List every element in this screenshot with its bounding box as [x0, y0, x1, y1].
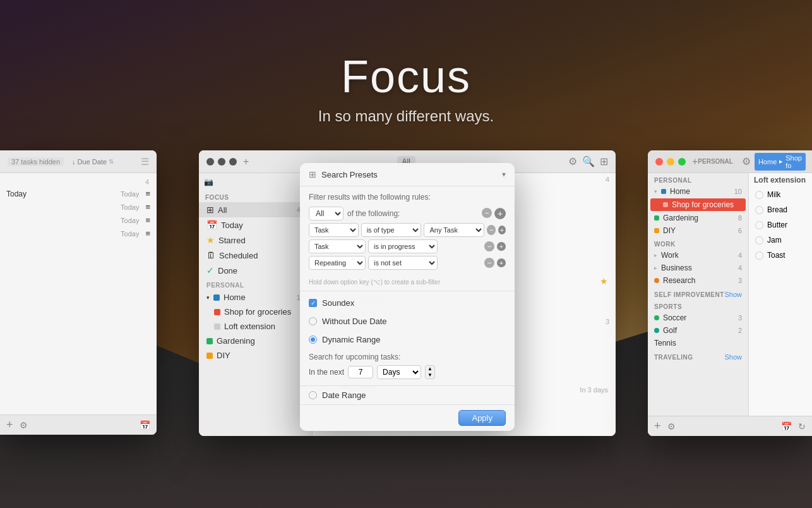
tennis-label: Tennis	[654, 339, 676, 348]
filter-row3-col1[interactable]: Repeating	[309, 256, 366, 270]
filter-add-btn[interactable]: +	[494, 208, 506, 219]
right-work-item[interactable]: ▸ Work 4	[648, 249, 748, 262]
refresh-right-icon[interactable]: ↻	[798, 421, 806, 432]
toast-check[interactable]	[755, 251, 763, 260]
right-diy-item[interactable]: DIY 6	[648, 224, 748, 237]
without-due-radio[interactable]	[309, 317, 317, 325]
home-right-dot	[661, 189, 666, 194]
dynamic-stepper[interactable]: ▲ ▼	[425, 365, 435, 379]
golf-label: Golf	[663, 326, 677, 335]
date-range-label: Date Range	[322, 390, 366, 400]
menu-icon: ≡	[145, 189, 150, 198]
grocery-toast[interactable]: Toast	[749, 248, 812, 263]
calendar-right-icon[interactable]: 📅	[781, 421, 792, 432]
dialog-overlay: ⊞ Search Presets ▾ Filter results with t…	[199, 150, 616, 436]
filter-row1-add[interactable]: +	[498, 226, 506, 234]
tag-right-icon[interactable]: ⚙	[667, 421, 676, 432]
right-settings-icon[interactable]: ⚙	[742, 155, 751, 167]
add-right-icon[interactable]: +	[692, 156, 698, 167]
filter-row1-col2[interactable]: is of type	[361, 223, 422, 237]
tl-close-right[interactable]	[655, 158, 663, 166]
butter-check[interactable]	[755, 221, 763, 229]
preset-soundex[interactable]: ✓ Soundex	[300, 294, 515, 312]
jam-check[interactable]	[755, 236, 763, 245]
view-icon[interactable]: ☰	[141, 156, 149, 167]
filter-row3-col2[interactable]: is not set	[368, 256, 438, 270]
self-improvement-show[interactable]: Show	[724, 291, 742, 298]
jam-label: Jam	[767, 236, 782, 245]
research-dot	[654, 278, 659, 283]
add-task-icon[interactable]: +	[6, 418, 13, 432]
tl-max-right[interactable]	[678, 158, 686, 166]
filter-all-select[interactable]: All Any	[309, 207, 343, 221]
grocery-jam[interactable]: Jam	[749, 233, 812, 248]
dialog-header: ⊞ Search Presets ▾	[300, 163, 515, 186]
filter-row2-add[interactable]: +	[497, 242, 506, 251]
calendar-icon[interactable]: 📅	[140, 420, 150, 430]
preset-dynamic-range[interactable]: Dynamic Range	[300, 330, 515, 349]
dynamic-unit-select[interactable]: Days Weeks Months	[377, 365, 421, 379]
golf-dot	[654, 328, 659, 333]
menu-icon4: ≡	[145, 229, 150, 238]
dynamic-range-radio[interactable]	[309, 336, 317, 344]
home-breadcrumb[interactable]: Home ▸ Shop fo	[755, 153, 806, 171]
soundex-checkbox[interactable]: ✓	[309, 299, 317, 307]
add-right-bottom-icon[interactable]: +	[654, 420, 661, 433]
right-window: + PERSONAL ⚙ Home ▸ Shop fo PERSONAL ▾ H…	[648, 150, 812, 436]
dialog-chevron-icon[interactable]: ▾	[502, 170, 506, 179]
right-tennis-item[interactable]: Tennis	[648, 337, 748, 349]
right-research-item[interactable]: Research 3	[648, 274, 748, 287]
filter-remove-btn-1[interactable]: −	[482, 208, 492, 218]
left-window: 37 tasks hidden ↓ Due Date ⇅ ☰ 4 Today T…	[0, 150, 157, 435]
mid-window: + All ⚙ 🔍 ⊞ 📷 ⚙ FOCUS ⊞ All 41	[199, 150, 616, 436]
soundex-label: Soundex	[322, 298, 354, 308]
filter-row2-col1[interactable]: Task	[309, 239, 366, 253]
item-today-label: Today	[6, 190, 57, 198]
filter-row1-remove[interactable]: −	[487, 225, 496, 235]
loft-extension-label: Loft extension	[749, 173, 812, 187]
grocery-butter[interactable]: Butter	[749, 217, 812, 233]
preset-without-due[interactable]: Without Due Date	[300, 312, 515, 330]
filter-row1-col3[interactable]: Any Task	[424, 223, 484, 237]
grocery-milk[interactable]: Milk	[749, 187, 812, 202]
right-golf-item[interactable]: Golf 2	[648, 324, 748, 337]
work-expand-icon: ▸	[654, 252, 657, 258]
right-home-item[interactable]: ▾ Home 10	[648, 185, 748, 198]
right-gardening-item[interactable]: Gardening 8	[648, 212, 748, 224]
tl-min-right[interactable]	[667, 158, 674, 166]
stepper-down[interactable]: ▼	[426, 372, 434, 378]
stepper-up[interactable]: ▲	[426, 366, 434, 372]
item-today-count: Today	[121, 190, 139, 198]
dialog-filter-section: Filter results with the following rules:…	[300, 186, 515, 276]
settings-icon[interactable]: ⚙	[20, 420, 28, 430]
bread-check[interactable]	[755, 206, 763, 214]
left-item-today1[interactable]: Today Today ≡	[0, 187, 157, 200]
left-titlebar: 37 tasks hidden ↓ Due Date ⇅ ☰	[0, 150, 157, 173]
milk-check[interactable]	[755, 191, 763, 199]
right-soccer-item[interactable]: Soccer 3	[648, 311, 748, 324]
apply-button[interactable]: Apply	[458, 410, 506, 426]
left-item-today4[interactable]: Today ≡	[0, 227, 157, 240]
separator-1	[300, 291, 515, 291]
sort-arrows-icon: ⇅	[109, 158, 114, 165]
left-item-today2[interactable]: Today ≡	[0, 200, 157, 214]
filter-row2-remove[interactable]: −	[484, 241, 494, 251]
date-range-radio[interactable]	[309, 391, 317, 399]
dynamic-value-input[interactable]	[348, 366, 373, 378]
diy-right-count: 6	[738, 227, 742, 234]
right-groceries-item[interactable]: Shop for groceries	[650, 198, 746, 211]
grocery-bread[interactable]: Bread	[749, 202, 812, 217]
date-range-row[interactable]: Date Range	[300, 386, 515, 404]
right-titlebar: + PERSONAL ⚙ Home ▸ Shop fo	[648, 150, 812, 173]
following-label: of the following:	[347, 209, 400, 218]
right-header-actions: PERSONAL ⚙ Home ▸ Shop fo	[698, 153, 806, 171]
diy-right-dot	[654, 228, 659, 233]
filter-row3-add[interactable]: +	[497, 258, 506, 267]
due-date-filter[interactable]: ↓ Due Date ⇅	[69, 157, 117, 167]
right-business-item[interactable]: ▸ Business 4	[648, 262, 748, 274]
filter-row1-col1[interactable]: Task	[309, 223, 359, 237]
left-item-today3[interactable]: Today ≡	[0, 214, 157, 227]
filter-row3-remove[interactable]: −	[484, 258, 494, 268]
traveling-show[interactable]: Show	[724, 353, 742, 361]
filter-row2-col2[interactable]: is in progress	[368, 239, 438, 253]
